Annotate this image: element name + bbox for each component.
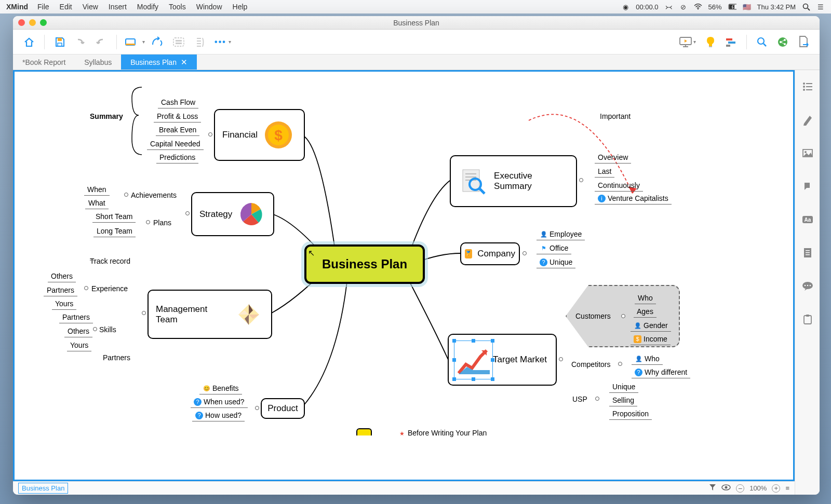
more-button[interactable]: •••▾ — [211, 33, 234, 51]
floating-topic-partial[interactable] — [356, 428, 372, 435]
bluetooth-icon[interactable]: ᚛᚜ — [665, 3, 673, 11]
titlebar[interactable]: Business Plan — [13, 16, 820, 30]
sub-vc[interactable]: iVenture Capitalists — [595, 193, 672, 205]
node-company[interactable]: 🏅 Company — [460, 242, 520, 265]
app-name[interactable]: XMind — [6, 3, 28, 11]
sub-gender[interactable]: 👤Gender — [631, 320, 671, 332]
relationship-button[interactable] — [149, 33, 167, 51]
filter-icon[interactable] — [709, 484, 716, 493]
sub-sk-others[interactable]: Others — [64, 325, 92, 337]
sub-whenused[interactable]: ?When used? — [191, 396, 248, 408]
sub-who[interactable]: Who — [635, 292, 656, 304]
topic-button[interactable]: ▾ — [123, 33, 146, 51]
relationship-important[interactable]: Important — [600, 112, 631, 120]
node-exec[interactable]: Executive Summary — [450, 155, 577, 207]
maximize-window[interactable] — [40, 19, 47, 26]
search-button[interactable] — [753, 33, 771, 51]
marker-icon[interactable] — [801, 180, 814, 193]
close-icon[interactable]: ✕ — [181, 58, 187, 67]
tab-business-plan[interactable]: Business Plan✕ — [121, 55, 197, 70]
menu-view[interactable]: View — [83, 3, 98, 11]
sub-howused[interactable]: ?How used? — [192, 410, 245, 421]
sub-exp-others[interactable]: Others — [48, 270, 76, 282]
eye-icon[interactable] — [721, 484, 731, 492]
gantt-button[interactable] — [722, 33, 740, 51]
zoom-in[interactable]: + — [772, 484, 780, 493]
sub-shortteam[interactable]: Short Team — [92, 211, 136, 223]
redo-button[interactable] — [92, 33, 110, 51]
sub-exp-partners[interactable]: Partners — [44, 284, 77, 296]
node-usp[interactable]: USP — [572, 395, 587, 403]
node-competitors[interactable]: Competitors — [571, 360, 610, 369]
sub-exp-yours[interactable]: Yours — [52, 298, 76, 310]
font-icon[interactable]: Aa — [801, 213, 814, 226]
menu-file[interactable]: File — [37, 3, 49, 11]
share-button[interactable] — [774, 33, 792, 51]
save-button[interactable] — [51, 33, 69, 51]
node-financial[interactable]: Financial $ — [214, 109, 305, 161]
boundary-button[interactable] — [170, 33, 187, 51]
wifi-icon[interactable] — [694, 3, 702, 11]
comments-icon[interactable] — [801, 280, 814, 292]
battery-icon[interactable] — [728, 3, 736, 11]
sub-co-why[interactable]: ?Why different — [632, 366, 690, 378]
minimize-window[interactable] — [29, 19, 36, 26]
node-partnersonly[interactable]: Partners — [103, 353, 130, 362]
tab-syllabus[interactable]: Syllabus — [75, 55, 121, 70]
sub-sk-yours[interactable]: Yours — [67, 339, 91, 351]
sub-what[interactable]: What — [85, 197, 109, 209]
menu-modify[interactable]: Modify — [137, 3, 158, 11]
close-window[interactable] — [18, 19, 25, 26]
sub-unique[interactable]: ?Unique — [537, 256, 575, 268]
export-button[interactable] — [795, 33, 812, 51]
node-skills[interactable]: Skills — [99, 325, 116, 334]
dnd-icon[interactable]: ⊘ — [679, 3, 688, 11]
node-experience[interactable]: Experience — [91, 284, 128, 293]
node-customers[interactable]: Customers — [575, 312, 611, 320]
sub-longteam[interactable]: Long Team — [93, 225, 136, 237]
sub-office[interactable]: ⚑Office — [537, 242, 571, 254]
sub-breakeven[interactable]: Break Even — [156, 124, 199, 136]
sub-income[interactable]: $Income — [631, 333, 671, 345]
sub-continuously[interactable]: Continuously — [595, 180, 643, 192]
sub-last[interactable]: Last — [595, 166, 614, 178]
node-plans[interactable]: Plans — [153, 219, 171, 227]
sub-overview[interactable]: Overview — [595, 152, 631, 164]
menu-help[interactable]: Help — [233, 3, 248, 11]
menu-tools[interactable]: Tools — [169, 3, 186, 11]
format-icon[interactable] — [801, 114, 814, 126]
menu-icon[interactable]: ☰ — [816, 3, 825, 11]
sub-pl[interactable]: Profit & Loss — [154, 111, 201, 122]
spotlight-icon[interactable] — [802, 3, 810, 11]
node-achievements[interactable]: Achievements — [131, 191, 177, 199]
present-button[interactable]: ▾ — [676, 33, 699, 51]
node-central[interactable]: Business Plan — [304, 244, 425, 284]
notes-icon[interactable] — [801, 247, 814, 259]
sheet-tab[interactable]: Business Plan — [18, 483, 68, 494]
tab-book-report[interactable]: *Book Report — [13, 55, 75, 70]
summary-button[interactable] — [191, 33, 208, 51]
node-summary[interactable]: Summary — [90, 112, 123, 120]
sub-ages[interactable]: Ages — [634, 306, 656, 318]
idea-button[interactable] — [702, 33, 719, 51]
sub-usp-prop[interactable]: Proposition — [609, 408, 652, 420]
sub-when[interactable]: When — [84, 184, 110, 196]
menu-lines-icon[interactable]: ≡ — [785, 484, 789, 492]
sub-employee[interactable]: 👤Employee — [537, 228, 585, 240]
image-icon[interactable] — [801, 147, 814, 159]
zoom-out[interactable]: − — [736, 484, 744, 493]
sub-before-writing[interactable]: ★Before Writing Your Plan — [398, 429, 487, 438]
mindmap-canvas[interactable]: Business Plan ↖ Financial $ Summary Cash… — [13, 70, 795, 481]
node-product[interactable]: Product — [261, 398, 305, 419]
node-strategy[interactable]: Strategy — [191, 192, 274, 236]
sub-sk-partners[interactable]: Partners — [59, 311, 93, 323]
sub-benefits[interactable]: 😊Benefits — [199, 383, 242, 394]
node-mgmt[interactable]: Management Team — [148, 290, 272, 339]
sub-predictions[interactable]: Predictions — [156, 152, 198, 164]
sub-usp-unique[interactable]: Unique — [609, 381, 638, 393]
record-icon[interactable]: ◉ — [621, 3, 629, 11]
sub-co-who[interactable]: 👤Who — [632, 353, 663, 365]
flag-icon[interactable]: 🇺🇸 — [743, 3, 751, 11]
sub-cashflow[interactable]: Cash Flow — [158, 97, 198, 108]
node-target[interactable]: Target Market — [448, 334, 557, 386]
